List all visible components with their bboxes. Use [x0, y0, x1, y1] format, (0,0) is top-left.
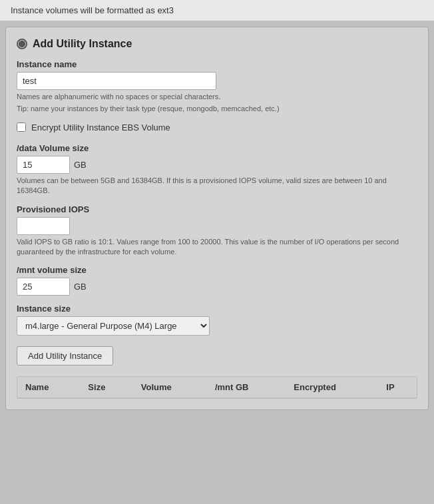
instance-name-group: Instance name Names are alphanumeric wit… — [17, 59, 417, 115]
top-notice: Instance volumes will be formatted as ex… — [0, 0, 434, 21]
radio-button[interactable] — [17, 39, 27, 49]
provisioned-iops-label: Provisioned IOPS — [17, 204, 417, 214]
col-volume: Volume — [133, 377, 207, 398]
section-title: Add Utility Instance — [33, 38, 132, 50]
data-volume-unit: GB — [74, 160, 87, 170]
provisioned-iops-hint: Valid IOPS to GB ratio is 10:1. Values r… — [17, 237, 417, 258]
mnt-volume-group: /mnt volume size GB — [17, 265, 417, 296]
instance-size-label: Instance size — [17, 304, 417, 314]
col-encrypted: Encrypted — [286, 377, 378, 398]
encrypt-checkbox-label[interactable]: Encrypt Utility Instance EBS Volume — [31, 123, 170, 132]
data-volume-group: /data Volume size GB Volumes can be betw… — [17, 143, 417, 196]
instance-name-label: Instance name — [17, 59, 417, 69]
mnt-volume-label: /mnt volume size — [17, 265, 417, 275]
main-panel: Add Utility Instance Instance name Names… — [5, 27, 429, 410]
add-utility-instance-button[interactable]: Add Utility Instance — [17, 346, 113, 366]
col-ip: IP — [378, 377, 417, 398]
mnt-volume-input[interactable] — [17, 278, 70, 296]
instance-size-group: Instance size m4.large - General Purpose… — [17, 304, 417, 336]
encrypt-checkbox[interactable] — [17, 123, 26, 132]
instance-size-select[interactable]: m4.large - General Purpose (M4) Large m4… — [17, 316, 210, 336]
col-size: Size — [80, 377, 132, 398]
provisioned-iops-group: Provisioned IOPS Valid IOPS to GB ratio … — [17, 204, 417, 258]
data-volume-label: /data Volume size — [17, 143, 417, 153]
encrypt-checkbox-row: Encrypt Utility Instance EBS Volume — [17, 123, 417, 132]
table-header-row: Name Size Volume /mnt GB Encrypted IP — [17, 377, 417, 398]
instance-name-hint1: Names are alphanumeric with no spaces or… — [17, 92, 417, 102]
data-volume-input[interactable] — [17, 156, 70, 174]
instance-name-hint2: Tip: name your instances by their task t… — [17, 104, 417, 114]
mnt-volume-unit: GB — [74, 282, 87, 292]
section-header: Add Utility Instance — [17, 38, 417, 50]
col-name: Name — [17, 377, 80, 398]
instances-table: Name Size Volume /mnt GB Encrypted IP — [17, 377, 417, 398]
provisioned-iops-input[interactable] — [17, 217, 70, 235]
data-volume-hint: Volumes can be between 5GB and 16384GB. … — [17, 176, 417, 196]
instance-name-input[interactable] — [17, 72, 216, 90]
instances-table-container: Name Size Volume /mnt GB Encrypted IP — [17, 376, 417, 399]
col-mnt-gb: /mnt GB — [207, 377, 286, 398]
